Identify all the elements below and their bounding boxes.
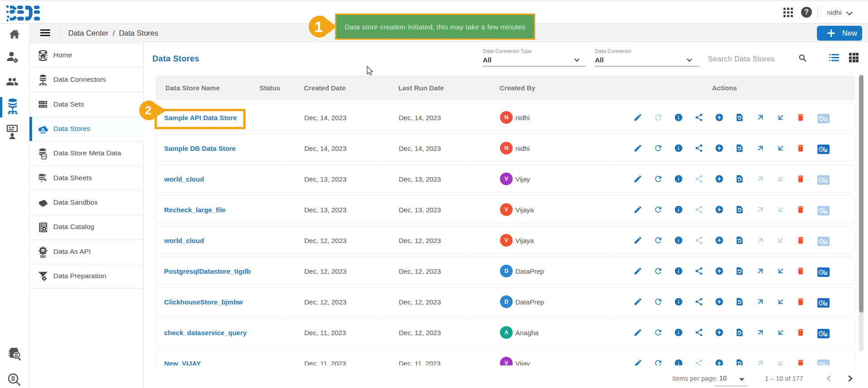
svg-text:2: 2 <box>145 103 151 117</box>
svg-text:1: 1 <box>315 18 323 35</box>
